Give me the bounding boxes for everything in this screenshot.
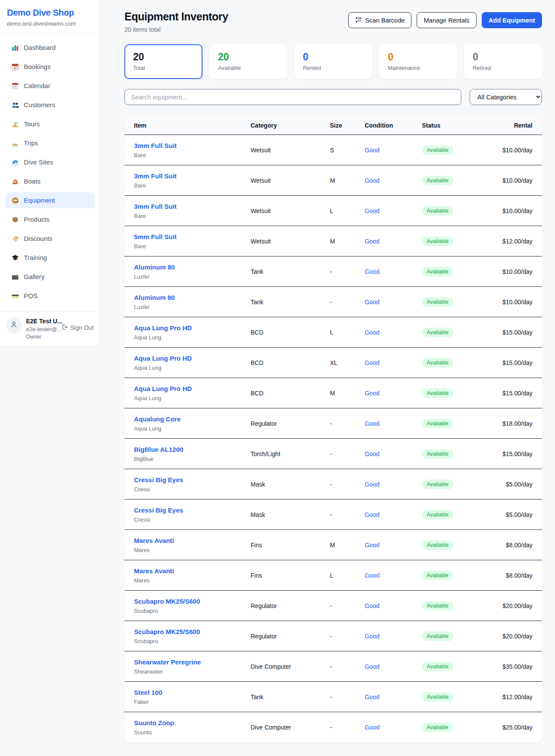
item-condition-link[interactable]: Good (365, 238, 379, 245)
table-row: Aluminum 80 Luxfer Tank - Good Available… (124, 256, 542, 287)
item-condition-link[interactable]: Good (365, 299, 379, 306)
item-name-link[interactable]: Aqua Lung Pro HD (134, 385, 192, 392)
status-badge: Available (422, 176, 454, 185)
item-rental: $15.00/day (485, 439, 542, 469)
sign-out-button[interactable]: Sign Out (61, 324, 94, 332)
sidebar-item-pos[interactable]: POS (5, 288, 95, 304)
stat-card-available[interactable]: 20 Available (209, 44, 287, 79)
item-condition-link[interactable]: Good (365, 542, 379, 549)
item-condition-link[interactable]: Good (365, 663, 379, 670)
products-icon (11, 216, 19, 224)
stat-card-maintenance[interactable]: 0 Maintenance (379, 44, 457, 79)
sidebar-item-products[interactable]: Products (5, 211, 95, 227)
item-name-link[interactable]: 3mm Full Suit (134, 203, 176, 210)
item-name-link[interactable]: BigBlue AL1200 (134, 446, 183, 453)
tours-icon (11, 120, 19, 128)
sidebar-item-label: Gallery (24, 273, 45, 280)
item-size: L (326, 317, 361, 348)
svg-text:17: 17 (13, 66, 17, 69)
stat-card-retired[interactable]: 0 Retired (464, 44, 542, 79)
item-name-link[interactable]: 5mm Full Suit (134, 233, 176, 240)
sidebar-item-equipment[interactable]: Equipment (5, 192, 95, 208)
item-condition-link[interactable]: Good (365, 207, 379, 214)
item-size: - (326, 256, 361, 287)
item-name-link[interactable]: Scubapro MK25/S600 (134, 628, 200, 635)
item-category: BCD (247, 348, 326, 378)
sidebar-item-boats[interactable]: Boats (5, 173, 95, 189)
item-condition-link[interactable]: Good (365, 724, 379, 731)
item-condition-link[interactable]: Good (365, 390, 379, 397)
sidebar-item-label: Tours (24, 120, 40, 128)
item-condition-link[interactable]: Good (365, 511, 379, 518)
item-category: Regulator (247, 621, 326, 651)
sidebar-item-calendar[interactable]: Calendar (5, 78, 95, 94)
item-rental: $10.00/day (485, 165, 542, 196)
item-rental: $10.00/day (485, 135, 542, 165)
status-badge: Available (422, 237, 454, 246)
scan-barcode-button[interactable]: Scan Barcode (348, 12, 411, 28)
item-condition-link[interactable]: Good (365, 329, 379, 336)
item-name-link[interactable]: Mares Avanti (134, 567, 174, 575)
sidebar-item-label: Equipment (24, 197, 55, 204)
item-condition-link[interactable]: Good (365, 481, 379, 488)
item-brand: Suunto (134, 729, 244, 736)
item-name-link[interactable]: Aqua Lung Pro HD (134, 355, 192, 362)
item-name-link[interactable]: Suunto Zoop (134, 719, 174, 726)
item-rental: $15.00/day (485, 348, 542, 378)
user-role: Owner (26, 334, 57, 340)
sidebar-item-dive-sites[interactable]: Dive Sites (5, 154, 95, 170)
item-rental: $10.00/day (485, 256, 542, 287)
item-name-link[interactable]: Aluminum 80 (134, 263, 175, 271)
sidebar-item-discounts[interactable]: Discounts (5, 230, 95, 247)
boats-icon (11, 177, 19, 185)
item-category: Torch/Light (247, 439, 326, 469)
item-condition-link[interactable]: Good (365, 450, 379, 457)
item-name-link[interactable]: 3mm Full Suit (134, 142, 176, 149)
item-name-link[interactable]: Aqualung Core (134, 415, 181, 423)
stat-card-total[interactable]: 20 Total (124, 44, 202, 79)
item-rental: $10.00/day (485, 287, 542, 317)
sidebar-item-tours[interactable]: Tours (5, 116, 95, 132)
sidebar-item-trips[interactable]: Trips (5, 135, 95, 151)
item-condition-link[interactable]: Good (365, 268, 379, 275)
sidebar-item-training[interactable]: Training (5, 250, 95, 266)
stat-card-rented[interactable]: 0 Rented (294, 44, 372, 79)
column-header-status: Status (418, 115, 485, 135)
sidebar-item-label: Training (24, 254, 47, 261)
table-row: Aluminum 80 Luxfer Tank - Good Available… (124, 287, 542, 317)
add-equipment-button[interactable]: Add Equipment (482, 12, 542, 28)
table-row: Cressi Big Eyes Cressi Mask - Good Avail… (124, 500, 542, 530)
training-icon (11, 254, 19, 262)
item-name-link[interactable]: Steel 100 (134, 689, 162, 696)
item-condition-link[interactable]: Good (365, 177, 379, 184)
item-size: - (326, 591, 361, 621)
item-name-link[interactable]: 3mm Full Suit (134, 172, 176, 180)
item-condition-link[interactable]: Good (365, 572, 379, 579)
sidebar-item-dashboard[interactable]: Dashboard (5, 39, 95, 56)
item-name-link[interactable]: Shearwater Peregrine (134, 658, 201, 666)
sidebar-item-gallery[interactable]: Gallery (5, 269, 95, 285)
item-category: Regulator (247, 591, 326, 621)
item-name-link[interactable]: Aqua Lung Pro HD (134, 324, 192, 332)
main-content: Equipment Inventory 20 items total Scan … (100, 0, 555, 756)
item-name-link[interactable]: Cressi Big Eyes (134, 506, 183, 514)
item-condition-link[interactable]: Good (365, 147, 379, 154)
manage-rentals-button[interactable]: Manage Rentals (417, 12, 477, 28)
item-brand: Bare (134, 243, 244, 250)
item-condition-link[interactable]: Good (365, 602, 379, 609)
item-condition-link[interactable]: Good (365, 633, 379, 640)
item-name-link[interactable]: Aluminum 80 (134, 294, 175, 301)
search-input[interactable] (124, 89, 461, 105)
sidebar-item-bookings[interactable]: 17 Bookings (5, 59, 95, 75)
item-condition-link[interactable]: Good (365, 694, 379, 700)
item-name-link[interactable]: Cressi Big Eyes (134, 476, 183, 483)
item-condition-link[interactable]: Good (365, 359, 379, 366)
category-filter-select[interactable]: All Categories (470, 89, 542, 105)
sidebar-item-customers[interactable]: Customers (5, 97, 95, 113)
item-name-link[interactable]: Mares Avanti (134, 537, 174, 544)
item-condition-link[interactable]: Good (365, 420, 379, 427)
item-name-link[interactable]: Scubapro MK25/S600 (134, 598, 200, 605)
table-body: 3mm Full Suit Bare Wetsuit S Good Availa… (124, 135, 542, 743)
status-badge: Available (422, 601, 454, 611)
item-category: Tank (247, 256, 326, 287)
